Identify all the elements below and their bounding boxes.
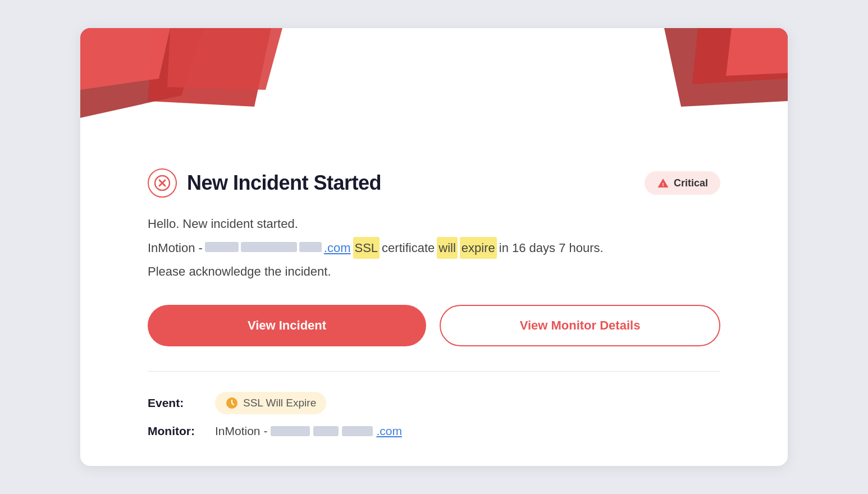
monitor-link[interactable]: .com	[376, 424, 402, 438]
message-prefix: InMotion -	[148, 237, 203, 258]
critical-label: Critical	[674, 177, 708, 189]
domain-link[interactable]: .com	[324, 237, 351, 258]
expire-highlight: expire	[460, 237, 497, 259]
warning-triangle-icon: !	[657, 177, 669, 189]
details-section: Event: SSL Will Expire Monitor: InMotion…	[148, 392, 720, 438]
view-monitor-button[interactable]: View Monitor Details	[440, 305, 720, 346]
monitor-redacted-1	[271, 426, 310, 436]
clock-icon	[225, 396, 239, 410]
ssl-highlight: SSL	[353, 237, 380, 259]
deco-top-left	[80, 28, 282, 140]
incident-title: New Incident Started	[187, 171, 381, 195]
monitor-row: Monitor: InMotion - .com	[148, 424, 720, 438]
deco-top-right	[631, 28, 788, 129]
message-suffix: in 16 days 7 hours.	[499, 237, 604, 258]
monitor-label: Monitor:	[148, 424, 209, 438]
event-value: SSL Will Expire	[243, 397, 316, 409]
event-badge: SSL Will Expire	[215, 392, 326, 414]
notification-card: New Incident Started ! Critical Hello. N…	[80, 28, 788, 465]
header-row: New Incident Started ! Critical	[148, 168, 720, 198]
will-highlight: will	[437, 237, 458, 259]
redacted-1	[205, 242, 239, 252]
monitor-redacted-2	[313, 426, 339, 436]
event-label: Event:	[148, 396, 209, 410]
message-line-1: Hello. New incident started.	[148, 213, 720, 234]
view-incident-button[interactable]: View Incident	[148, 305, 426, 346]
title-area: New Incident Started	[148, 168, 381, 198]
redacted-2	[241, 242, 297, 252]
svg-marker-6	[726, 28, 788, 76]
monitor-value: InMotion - .com	[215, 424, 402, 438]
buttons-row: View Incident View Monitor Details	[148, 305, 720, 346]
message-line-2: InMotion - .com SSL certificate will exp…	[148, 237, 720, 259]
message-line-3: Please acknowledge the incident.	[148, 261, 720, 282]
message-middle: certificate	[382, 237, 435, 258]
section-divider	[148, 371, 720, 372]
svg-text:!: !	[662, 182, 664, 187]
event-row: Event: SSL Will Expire	[148, 392, 720, 414]
monitor-prefix: InMotion -	[215, 424, 267, 438]
svg-marker-3	[167, 28, 282, 90]
message-body: Hello. New incident started. InMotion - …	[148, 213, 720, 282]
error-circle-icon	[148, 168, 177, 198]
redacted-3	[299, 242, 322, 252]
critical-badge: ! Critical	[645, 171, 720, 195]
card-body: New Incident Started ! Critical Hello. N…	[80, 140, 788, 465]
monitor-redacted-3	[342, 426, 373, 436]
